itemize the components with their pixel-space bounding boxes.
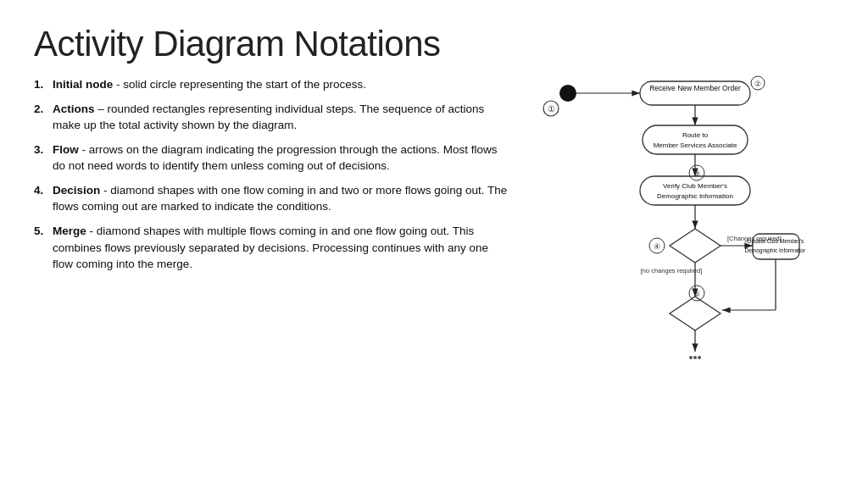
item-bold-5: Merge — [53, 225, 86, 237]
item-bold-4: Decision — [53, 184, 100, 197]
right-panel: ① Receive New Member Order ② Route to Me… — [509, 76, 834, 280]
svg-rect-9 — [643, 125, 748, 154]
item-text-3: - arrows on the diagram indicating the p… — [53, 143, 498, 173]
svg-text:②: ② — [754, 80, 761, 88]
svg-text:Verify Club Member's: Verify Club Member's — [663, 182, 727, 190]
svg-text:③: ③ — [693, 169, 700, 178]
svg-text:Receive New Member Order: Receive New Member Order — [649, 84, 741, 92]
svg-text:①: ① — [548, 104, 555, 114]
content-area: 1. Initial node - solid circle represent… — [34, 76, 834, 280]
page-title: Activity Diagram Notations — [34, 24, 834, 64]
item-num-1: 1. — [34, 76, 43, 93]
svg-point-37 — [698, 356, 701, 359]
svg-text:Update Club Member's: Update Club Member's — [748, 238, 804, 245]
slide: Activity Diagram Notations 1. Initial no… — [0, 0, 868, 488]
svg-text:Route to: Route to — [682, 131, 709, 139]
svg-marker-31 — [670, 297, 721, 330]
item-bold-1: Initial node — [53, 78, 113, 91]
item-text-2: – rounded rectangles representing indivi… — [53, 103, 484, 132]
notations-list: 1. Initial node - solid circle represent… — [34, 76, 509, 273]
left-panel: 1. Initial node - solid circle represent… — [34, 76, 509, 280]
item-text-4: - diamond shapes with one flow coming in… — [53, 184, 507, 214]
svg-text:Demographic Information: Demographic Information — [745, 247, 805, 254]
item-text-1: - solid circle representing the start of… — [116, 78, 366, 91]
svg-text:Demographic Information: Demographic Information — [657, 192, 733, 200]
activity-diagram: ① Receive New Member Order ② Route to Me… — [517, 68, 805, 407]
svg-point-36 — [693, 356, 697, 359]
list-item-1: 1. Initial node - solid circle represent… — [34, 76, 509, 93]
list-item-2: 2. Actions – rounded rectangles represen… — [34, 101, 509, 134]
item-num-2: 2. — [34, 101, 43, 118]
svg-text:Member Services Associate: Member Services Associate — [654, 141, 737, 149]
list-item-3: 3. Flow - arrows on the diagram indicati… — [34, 141, 509, 175]
svg-marker-19 — [670, 229, 721, 263]
item-bold-3: Flow — [53, 143, 79, 156]
list-item-4: 4. Decision - diamond shapes with one fl… — [34, 182, 509, 215]
item-bold-2: Actions — [53, 103, 95, 115]
svg-text:④: ④ — [654, 242, 660, 251]
item-num-4: 4. — [34, 182, 43, 199]
item-text-5: - diamond shapes with multiple flows com… — [53, 225, 488, 270]
svg-text:⑤: ⑤ — [693, 290, 700, 298]
item-num-5: 5. — [34, 223, 43, 240]
list-item-5: 5. Merge - diamond shapes with multiple … — [34, 223, 509, 273]
initial-node-circle — [559, 85, 576, 102]
svg-point-35 — [689, 356, 693, 359]
svg-text:[no changes required]: [no changes required] — [641, 267, 703, 274]
item-num-3: 3. — [34, 141, 43, 158]
